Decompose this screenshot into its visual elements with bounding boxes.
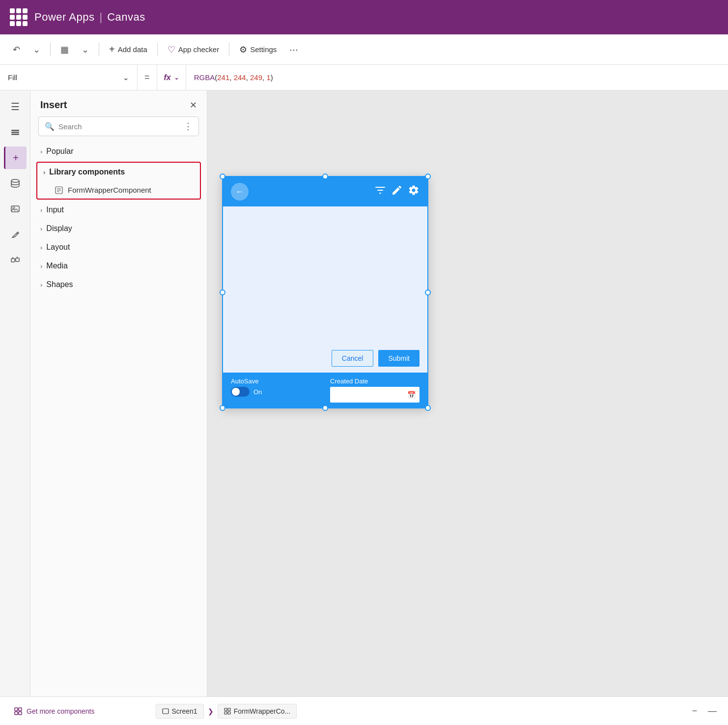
- add-data-button[interactable]: + Add data: [104, 41, 152, 58]
- apps-grid-icon[interactable]: [10, 8, 28, 26]
- undo-button[interactable]: ↶: [8, 41, 25, 58]
- property-value: Fill: [8, 73, 17, 82]
- get-more-components-button[interactable]: Get more components: [8, 703, 101, 720]
- rgba-keyword: RGBA: [194, 73, 215, 82]
- main-layout: ☰ +: [0, 90, 728, 696]
- breadcrumb: Screen1 ❯ FormWrapperCo...: [156, 704, 297, 719]
- settings-gear-icon[interactable]: [408, 184, 420, 199]
- media-icon[interactable]: [4, 198, 27, 220]
- close-button[interactable]: ✕: [190, 100, 197, 111]
- insert-header: Insert ✕: [30, 90, 207, 116]
- breadcrumb-arrow-icon: ❯: [208, 707, 214, 715]
- sidebar-item-display[interactable]: › Display: [34, 219, 203, 238]
- handle-top-center[interactable]: [322, 174, 328, 179]
- get-more-components-label: Get more components: [27, 707, 95, 715]
- library-components-label: Library components: [49, 168, 125, 176]
- handle-top-left[interactable]: [220, 174, 225, 179]
- canvas-area[interactable]: ←: [207, 90, 728, 696]
- app-product-label: Canvas: [107, 11, 145, 24]
- zoom-line-button[interactable]: —: [704, 703, 720, 719]
- status-bar: Get more components Screen1 ❯ FormWrappe…: [0, 696, 728, 725]
- handle-bot-right[interactable]: [425, 405, 431, 411]
- formula-paren-close: ): [271, 73, 273, 82]
- svg-rect-0: [11, 130, 19, 131]
- search-input[interactable]: [58, 122, 176, 131]
- copy-icon: ▦: [60, 44, 69, 55]
- handle-mid-right[interactable]: [425, 290, 431, 295]
- sidebar-item-input[interactable]: › Input: [34, 201, 203, 219]
- date-input[interactable]: 📅: [330, 387, 420, 403]
- data-icon[interactable]: [4, 172, 27, 195]
- sidebar-item-popular[interactable]: › Popular: [34, 142, 203, 161]
- copy-dropdown-button[interactable]: ⌄: [77, 41, 94, 58]
- screen1-breadcrumb[interactable]: Screen1: [156, 704, 204, 719]
- app-checker-button[interactable]: ♡ App checker: [163, 41, 224, 58]
- screen1-label: Screen1: [172, 707, 197, 715]
- handle-mid-left[interactable]: [220, 290, 225, 295]
- input-label: Input: [46, 205, 64, 214]
- zoom-minus-button[interactable]: −: [687, 703, 702, 719]
- chevron-down-icon-2: ⌄: [82, 44, 89, 55]
- handle-top-right[interactable]: [425, 174, 431, 179]
- insert-icon[interactable]: +: [4, 146, 27, 169]
- cancel-button[interactable]: Cancel: [332, 350, 374, 367]
- svg-point-3: [11, 179, 19, 182]
- rgba-arg2: 244: [234, 73, 246, 82]
- sidebar-item-layout[interactable]: › Layout: [34, 238, 203, 257]
- svg-rect-17: [19, 712, 22, 715]
- chevron-right-icon: ›: [40, 148, 42, 155]
- form-header: ←: [223, 177, 427, 206]
- undo-icon: ↶: [13, 44, 20, 55]
- form-preview[interactable]: ←: [222, 176, 428, 408]
- chevron-right-shapes-icon: ›: [40, 281, 42, 289]
- settings-button[interactable]: ⚙ Settings: [234, 41, 281, 58]
- filter-icon[interactable]: [374, 184, 386, 199]
- display-label: Display: [46, 224, 72, 233]
- calendar-icon: 📅: [407, 391, 416, 399]
- autosave-field: AutoSave On: [231, 377, 320, 403]
- svg-rect-14: [15, 708, 18, 711]
- app-brand-label: Power Apps: [34, 11, 94, 24]
- autosave-label: AutoSave: [231, 377, 320, 385]
- fx-label: fx: [164, 73, 171, 82]
- handle-bot-left[interactable]: [220, 405, 225, 411]
- layers-icon[interactable]: [4, 121, 27, 144]
- add-data-label: Add data: [118, 45, 147, 54]
- submit-button[interactable]: Submit: [378, 350, 420, 367]
- svg-rect-21: [224, 712, 227, 714]
- more-options-icon[interactable]: ⋮: [184, 121, 193, 132]
- edit-icon[interactable]: [391, 184, 403, 199]
- rgba-arg1: 241: [217, 73, 229, 82]
- variables-icon[interactable]: [4, 249, 27, 271]
- chevron-right-layout-icon: ›: [40, 244, 42, 251]
- gear-icon: ⚙: [239, 44, 247, 55]
- handle-bot-center[interactable]: [322, 405, 328, 411]
- form-header-icons: [374, 184, 420, 199]
- more-options-button[interactable]: ⋯: [284, 41, 303, 58]
- component-breadcrumb[interactable]: FormWrapperCo...: [218, 704, 297, 719]
- fx-area[interactable]: fx ⌄: [157, 65, 186, 90]
- property-select[interactable]: Fill ⌄: [0, 65, 138, 90]
- svg-rect-6: [11, 259, 15, 262]
- toggle-switch[interactable]: [231, 387, 250, 397]
- formula-content[interactable]: RGBA(241, 244, 249, 1): [186, 73, 728, 82]
- toggle-on-label: On: [253, 388, 262, 396]
- top-bar: Power Apps | Canvas: [0, 0, 728, 34]
- svg-rect-15: [19, 708, 22, 711]
- hamburger-menu-icon[interactable]: ☰: [4, 95, 27, 118]
- form-body: [223, 206, 427, 344]
- status-right-controls: − —: [687, 703, 720, 719]
- layout-label: Layout: [46, 243, 70, 252]
- svg-point-5: [13, 207, 15, 209]
- form-wrapper-component-item[interactable]: FormWrapperComponent: [37, 181, 200, 199]
- library-components-header[interactable]: › Library components: [37, 163, 200, 181]
- rgba-arg3: 249: [250, 73, 262, 82]
- pen-icon[interactable]: [4, 223, 27, 246]
- sidebar-item-media[interactable]: › Media: [34, 257, 203, 275]
- redo-dropdown-button[interactable]: ⌄: [28, 41, 45, 58]
- rgba-arg4: 1: [266, 73, 270, 82]
- copy-button[interactable]: ▦: [56, 41, 74, 58]
- back-button[interactable]: ←: [231, 183, 249, 201]
- icon-bar: ☰ +: [0, 90, 30, 696]
- sidebar-item-shapes[interactable]: › Shapes: [34, 275, 203, 294]
